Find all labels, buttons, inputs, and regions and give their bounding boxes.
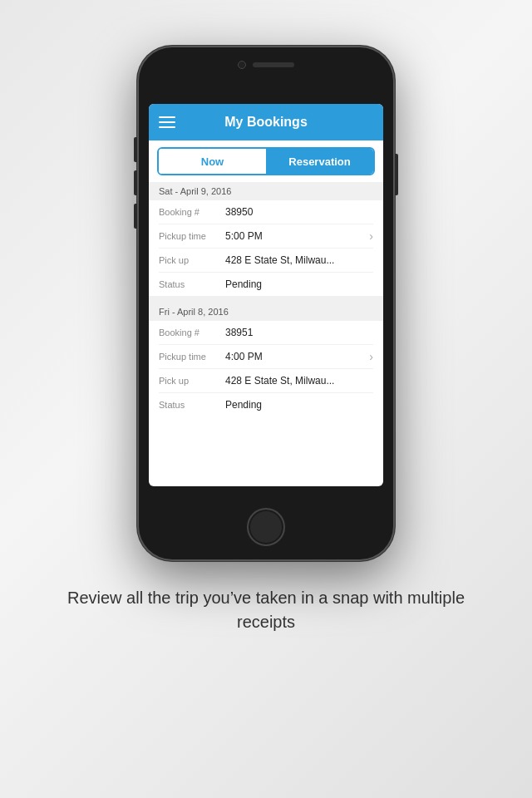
booking-number-value-2: 38951 (225, 327, 373, 338)
footer-text: Review all the trip you’ve taken in a sn… (0, 586, 532, 634)
date-header-1: Sat - April 9, 2016 (149, 182, 383, 200)
speaker (253, 62, 294, 67)
chevron-right-icon-1: › (369, 229, 373, 243)
pickup-location-row-1: Pick up 428 E State St, Milwau... (159, 249, 373, 273)
tab-reservation[interactable]: Reservation (266, 149, 373, 174)
status-value-1: Pending (225, 278, 373, 290)
booking-card-2: Booking # 38951 Pickup time 4:00 PM › Pi… (149, 321, 383, 416)
chevron-right-icon-2: › (369, 350, 373, 363)
pickup-value-2: 428 E State St, Milwau... (225, 375, 373, 387)
booking-number-label-1: Booking # (159, 206, 225, 217)
tab-now[interactable]: Now (159, 149, 266, 174)
phone-top-area (238, 61, 294, 69)
pickup-time-value-1: 5:00 PM (225, 230, 373, 242)
booking-number-row-1: Booking # 38950 (159, 200, 373, 224)
hamburger-menu-icon[interactable] (159, 116, 175, 128)
status-row-1: Status Pending (159, 273, 373, 296)
app-header: My Bookings (149, 104, 383, 140)
app-title: My Bookings (175, 115, 357, 130)
pickup-time-row-1[interactable]: Pickup time 5:00 PM › (159, 224, 373, 249)
date-header-2: Fri - April 8, 2016 (149, 303, 383, 321)
pickup-value-1: 428 E State St, Milwau... (225, 254, 373, 266)
pickup-location-row-2: Pick up 428 E State St, Milwau... (159, 369, 373, 393)
booking-number-value-1: 38950 (225, 206, 373, 218)
status-value-2: Pending (225, 399, 373, 411)
pickup-label-1: Pick up (159, 254, 225, 265)
phone-screen: My Bookings Now Reservation Sat - April … (149, 104, 383, 486)
home-button[interactable] (247, 508, 285, 546)
pickup-time-value-2: 4:00 PM (225, 351, 373, 362)
booking-number-label-2: Booking # (159, 327, 225, 337)
booking-number-row-2: Booking # 38951 (159, 321, 373, 345)
section-divider (149, 296, 383, 303)
pickup-time-label-2: Pickup time (159, 351, 225, 362)
status-label-1: Status (159, 278, 225, 289)
phone-shell: My Bookings Now Reservation Sat - April … (137, 46, 395, 561)
booking-card-1: Booking # 38950 Pickup time 5:00 PM › Pi… (149, 200, 383, 296)
pickup-label-2: Pick up (159, 375, 225, 386)
front-camera (238, 61, 246, 69)
pickup-time-label-1: Pickup time (159, 230, 225, 241)
pickup-time-row-2[interactable]: Pickup time 4:00 PM › (159, 345, 373, 369)
status-row-2: Status Pending (159, 393, 373, 416)
status-label-2: Status (159, 399, 225, 410)
tab-switcher: Now Reservation (157, 147, 375, 175)
